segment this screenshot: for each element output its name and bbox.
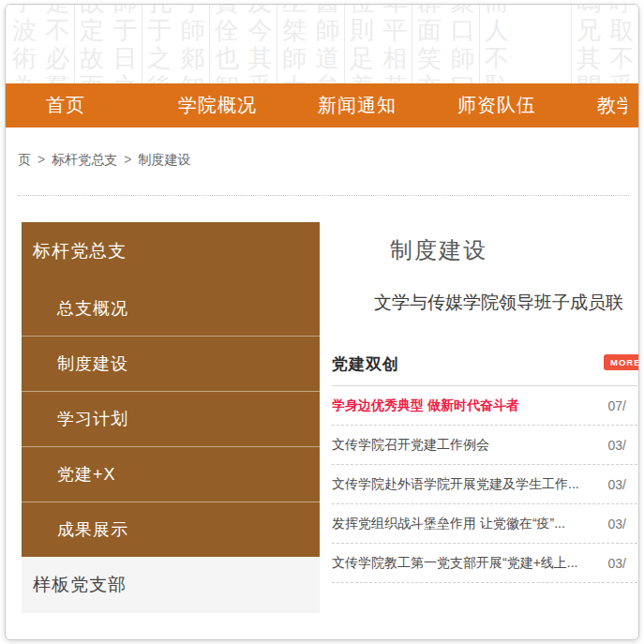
sidebar-menu: 总支概况制度建设学习计划党建+X成果展示 [22, 280, 320, 557]
main-navbar: 首页学院概况新闻通知师资队伍教学 [6, 83, 638, 127]
calligraphy-column: 群 面 笑 亦 [412, 5, 446, 83]
main-column: 制度建设 文学与传媒学院领导班子成员联 党建双创 MORE 学身边优秀典型 做新… [332, 222, 637, 583]
sidebar: 标杆党总支 总支概况制度建设学习计划党建+X成果展示 样板党支部 [22, 222, 320, 613]
calligraphy-column: 嗚 兄 其 問 [572, 5, 606, 83]
calligraphy-column: 及 今 其 乎 [244, 5, 277, 83]
calligraphy-column: 師 于 日 之 [109, 5, 142, 83]
news-row[interactable]: 文传学院教工第一党支部开展“党建+线上...03/ [332, 544, 637, 583]
browser-window: 乎 波 術 為是 不 必 羣故 定 故 而師 于 日 之孔 于 之 後子 師 郯… [5, 4, 639, 640]
calligraphy-column: 呼 取 不 乎 [606, 5, 638, 83]
breadcrumb-separator: > [37, 152, 45, 167]
sidebar-item-3[interactable]: 学习计划 [22, 391, 320, 446]
news-list: 学身边优秀典型 做新时代奋斗者07/文传学院召开党建工作例会03/文传学院赴外语… [332, 386, 637, 583]
news-row-date: 03/ [608, 556, 637, 571]
news-section: 党建双创 MORE 学身边优秀典型 做新时代奋斗者07/文传学院召开党建工作例会… [332, 353, 637, 583]
sidebar-item-4[interactable]: 党建+X [22, 446, 320, 502]
breadcrumb-link-2[interactable]: 标杆党总支 [52, 152, 117, 167]
nav-item-3[interactable]: 新闻通知 [318, 93, 397, 118]
calligraphy-column: 子 師 郯 知 [176, 5, 210, 83]
sidebar-item-model-branch[interactable]: 样板党支部 [22, 557, 320, 613]
news-section-header: 党建双创 MORE [332, 353, 637, 380]
breadcrumb: 页>标杆党总支>制度建设 [6, 127, 638, 169]
calligraphy-column: 醫 師 道 矣 [311, 5, 345, 83]
calligraphy-column: 而 人 不 恥 [480, 5, 514, 83]
calligraphy-column: 是 不 必 羣 [41, 5, 75, 83]
calligraphy-column: 乎 波 術 為 [7, 5, 41, 83]
calligraphy-column [514, 5, 572, 83]
news-row-date: 03/ [608, 477, 637, 492]
breadcrumb-separator: > [124, 152, 131, 167]
content-area: 标杆党总支 总支概况制度建设学习计划党建+X成果展示 样板党支部 制度建设 文学… [6, 196, 638, 613]
calligraphy-column: 聚 口 師 曰 [446, 5, 480, 83]
news-section-title: 党建双创 [332, 355, 399, 373]
news-row[interactable]: 文传学院召开党建工作例会03/ [332, 426, 637, 465]
breadcrumb-link-1[interactable]: 页 [18, 152, 31, 167]
featured-article-link[interactable]: 文学与传媒学院领导班子成员联 [374, 291, 637, 315]
nav-item-4[interactable]: 师资队伍 [457, 93, 536, 118]
calligraphy-column: 位 則 足 羞 [345, 5, 379, 83]
calligraphy-column: 孔 于 之 後 [142, 5, 176, 83]
nav-item-5[interactable]: 教学 [597, 93, 627, 118]
sidebar-section-title[interactable]: 标杆党总支 [22, 222, 320, 280]
header-calligraphy-background: 乎 波 術 為是 不 必 羣故 定 故 而師 于 日 之孔 于 之 後子 師 郯… [6, 5, 638, 83]
sidebar-item-1[interactable]: 总支概况 [22, 280, 320, 336]
calligraphy-column: 故 定 故 而 [75, 5, 109, 83]
sidebar-item-5[interactable]: 成果展示 [22, 502, 320, 557]
news-row-date: 03/ [608, 517, 637, 532]
more-button[interactable]: MORE [604, 354, 639, 370]
news-row-date: 03/ [608, 438, 637, 453]
calligraphy-column: 巫 桀 師 大 [277, 5, 311, 83]
news-row-title[interactable]: 文传学院赴外语学院开展党建及学生工作... [332, 476, 579, 493]
news-row[interactable]: 发挥党组织战斗堡垒作用 让党徽在“疫”...03/ [332, 504, 637, 544]
news-row-title[interactable]: 发挥党组织战斗堡垒作用 让党徽在“疫”... [332, 516, 565, 532]
nav-item-2[interactable]: 学院概况 [178, 93, 257, 118]
sidebar-item-2[interactable]: 制度建设 [22, 336, 320, 391]
calligraphy-column: 賢 佺 也 智 [210, 5, 244, 83]
breadcrumb-link-3[interactable]: 制度建设 [138, 152, 190, 167]
news-row-date: 07/ [608, 398, 637, 413]
calligraphy-column: 卑 平 相 若 [379, 5, 412, 83]
calligraphy-columns: 乎 波 術 為是 不 必 羣故 定 故 而師 于 日 之孔 于 之 後子 師 郯… [6, 5, 638, 83]
nav-item-1[interactable]: 首页 [46, 93, 85, 118]
page-title: 制度建设 [390, 235, 637, 265]
news-row-title[interactable]: 文传学院召开党建工作例会 [332, 437, 489, 454]
news-row[interactable]: 文传学院赴外语学院开展党建及学生工作...03/ [332, 465, 637, 504]
news-row-title[interactable]: 学身边优秀典型 做新时代奋斗者 [332, 397, 519, 414]
news-row[interactable]: 学身边优秀典型 做新时代奋斗者07/ [332, 386, 637, 426]
news-row-title[interactable]: 文传学院教工第一党支部开展“党建+线上... [332, 555, 578, 572]
